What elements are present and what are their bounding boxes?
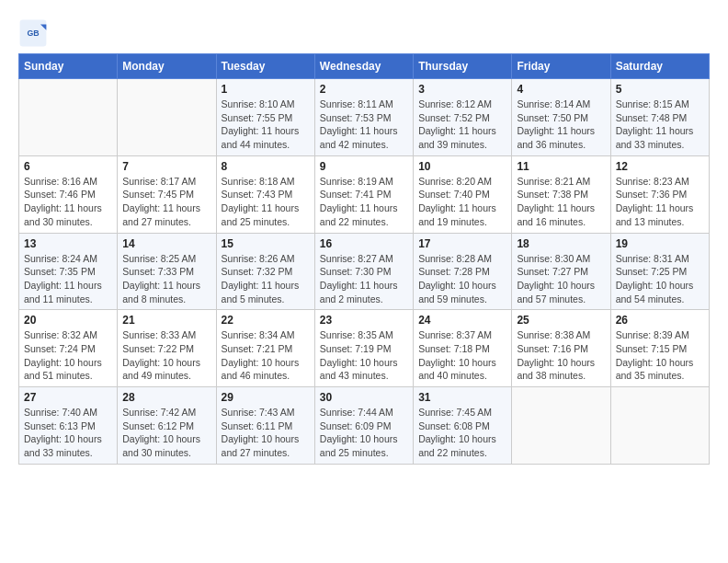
day-info: Sunrise: 8:38 AMSunset: 7:16 PMDaylight:… — [517, 328, 605, 383]
day-info: Sunrise: 8:21 AMSunset: 7:38 PMDaylight:… — [517, 175, 605, 229]
logo: GB — [18, 18, 51, 48]
day-number: 26 — [616, 314, 704, 327]
day-number: 13 — [24, 237, 112, 250]
weekday-header: Friday — [512, 54, 610, 79]
logo-icon: GB — [18, 18, 48, 48]
day-info: Sunrise: 8:12 AMSunset: 7:52 PMDaylight:… — [418, 98, 506, 152]
day-info: Sunrise: 8:30 AMSunset: 7:27 PMDaylight:… — [517, 252, 605, 306]
header: GB — [18, 18, 710, 48]
calendar-cell: 29Sunrise: 7:43 AMSunset: 6:11 PMDayligh… — [216, 387, 314, 465]
day-number: 30 — [320, 391, 408, 404]
calendar-week-row: 20Sunrise: 8:32 AMSunset: 7:24 PMDayligh… — [19, 310, 710, 387]
day-info: Sunrise: 8:34 AMSunset: 7:21 PMDaylight:… — [222, 328, 310, 383]
day-info: Sunrise: 8:39 AMSunset: 7:15 PMDaylight:… — [616, 328, 704, 383]
calendar-cell: 8Sunrise: 8:18 AMSunset: 7:43 PMDaylight… — [216, 155, 314, 233]
day-info: Sunrise: 7:40 AMSunset: 6:13 PMDaylight:… — [24, 406, 112, 460]
day-info: Sunrise: 8:17 AMSunset: 7:45 PMDaylight:… — [122, 175, 210, 229]
calendar-cell: 10Sunrise: 8:20 AMSunset: 7:40 PMDayligh… — [414, 155, 512, 233]
calendar-cell: 25Sunrise: 8:38 AMSunset: 7:16 PMDayligh… — [512, 310, 610, 387]
day-number: 19 — [616, 237, 704, 250]
calendar-cell: 23Sunrise: 8:35 AMSunset: 7:19 PMDayligh… — [314, 310, 413, 387]
calendar-cell: 14Sunrise: 8:25 AMSunset: 7:33 PMDayligh… — [118, 233, 216, 310]
svg-text:GB: GB — [27, 29, 39, 38]
day-number: 6 — [24, 160, 112, 173]
calendar-cell: 6Sunrise: 8:16 AMSunset: 7:46 PMDaylight… — [19, 155, 118, 233]
calendar-cell: 22Sunrise: 8:34 AMSunset: 7:21 PMDayligh… — [216, 310, 314, 387]
weekday-header: Thursday — [414, 54, 512, 79]
day-number: 23 — [320, 314, 408, 327]
calendar-cell: 13Sunrise: 8:24 AMSunset: 7:35 PMDayligh… — [19, 233, 118, 310]
weekday-header: Wednesday — [314, 54, 413, 79]
calendar-cell: 7Sunrise: 8:17 AMSunset: 7:45 PMDaylight… — [118, 155, 216, 233]
day-number: 28 — [122, 391, 210, 404]
calendar-header: SundayMondayTuesdayWednesdayThursdayFrid… — [19, 54, 710, 79]
day-number: 31 — [418, 391, 506, 404]
calendar-cell — [118, 79, 216, 156]
day-info: Sunrise: 8:37 AMSunset: 7:18 PMDaylight:… — [418, 328, 506, 383]
calendar-cell — [512, 387, 610, 465]
calendar: SundayMondayTuesdayWednesdayThursdayFrid… — [18, 53, 710, 465]
day-info: Sunrise: 8:32 AMSunset: 7:24 PMDaylight:… — [24, 328, 112, 383]
calendar-cell: 20Sunrise: 8:32 AMSunset: 7:24 PMDayligh… — [19, 310, 118, 387]
calendar-week-row: 13Sunrise: 8:24 AMSunset: 7:35 PMDayligh… — [19, 233, 710, 310]
day-number: 15 — [222, 237, 310, 250]
calendar-cell: 3Sunrise: 8:12 AMSunset: 7:52 PMDaylight… — [414, 79, 512, 156]
day-info: Sunrise: 8:26 AMSunset: 7:32 PMDaylight:… — [222, 252, 310, 306]
day-number: 27 — [24, 391, 112, 404]
calendar-cell: 19Sunrise: 8:31 AMSunset: 7:25 PMDayligh… — [610, 233, 709, 310]
calendar-cell: 5Sunrise: 8:15 AMSunset: 7:48 PMDaylight… — [610, 79, 709, 156]
day-number: 3 — [418, 83, 506, 96]
day-info: Sunrise: 8:35 AMSunset: 7:19 PMDaylight:… — [320, 328, 408, 383]
day-info: Sunrise: 8:28 AMSunset: 7:28 PMDaylight:… — [418, 252, 506, 306]
day-number: 4 — [517, 83, 605, 96]
day-number: 25 — [517, 314, 605, 327]
calendar-cell: 21Sunrise: 8:33 AMSunset: 7:22 PMDayligh… — [118, 310, 216, 387]
day-number: 1 — [222, 83, 310, 96]
weekday-header: Monday — [118, 54, 216, 79]
day-number: 20 — [24, 314, 112, 327]
calendar-cell: 1Sunrise: 8:10 AMSunset: 7:55 PMDaylight… — [216, 79, 314, 156]
day-info: Sunrise: 8:10 AMSunset: 7:55 PMDaylight:… — [222, 98, 310, 152]
calendar-cell: 12Sunrise: 8:23 AMSunset: 7:36 PMDayligh… — [610, 155, 709, 233]
day-number: 21 — [122, 314, 210, 327]
day-number: 14 — [122, 237, 210, 250]
calendar-cell: 26Sunrise: 8:39 AMSunset: 7:15 PMDayligh… — [610, 310, 709, 387]
day-number: 7 — [122, 160, 210, 173]
day-number: 2 — [320, 83, 408, 96]
day-number: 18 — [517, 237, 605, 250]
calendar-cell: 28Sunrise: 7:42 AMSunset: 6:12 PMDayligh… — [118, 387, 216, 465]
calendar-week-row: 1Sunrise: 8:10 AMSunset: 7:55 PMDaylight… — [19, 79, 710, 156]
calendar-cell: 4Sunrise: 8:14 AMSunset: 7:50 PMDaylight… — [512, 79, 610, 156]
day-info: Sunrise: 8:31 AMSunset: 7:25 PMDaylight:… — [616, 252, 704, 306]
day-info: Sunrise: 8:15 AMSunset: 7:48 PMDaylight:… — [616, 98, 704, 152]
day-number: 16 — [320, 237, 408, 250]
calendar-week-row: 6Sunrise: 8:16 AMSunset: 7:46 PMDaylight… — [19, 155, 710, 233]
calendar-body: 1Sunrise: 8:10 AMSunset: 7:55 PMDaylight… — [19, 79, 710, 465]
day-info: Sunrise: 7:42 AMSunset: 6:12 PMDaylight:… — [122, 406, 210, 460]
day-number: 12 — [616, 160, 704, 173]
calendar-cell: 24Sunrise: 8:37 AMSunset: 7:18 PMDayligh… — [414, 310, 512, 387]
day-number: 11 — [517, 160, 605, 173]
calendar-cell — [19, 79, 118, 156]
day-info: Sunrise: 8:16 AMSunset: 7:46 PMDaylight:… — [24, 175, 112, 229]
day-number: 8 — [222, 160, 310, 173]
calendar-cell: 16Sunrise: 8:27 AMSunset: 7:30 PMDayligh… — [314, 233, 413, 310]
day-info: Sunrise: 7:44 AMSunset: 6:09 PMDaylight:… — [320, 406, 408, 460]
day-info: Sunrise: 8:11 AMSunset: 7:53 PMDaylight:… — [320, 98, 408, 152]
calendar-cell: 30Sunrise: 7:44 AMSunset: 6:09 PMDayligh… — [314, 387, 413, 465]
calendar-cell: 15Sunrise: 8:26 AMSunset: 7:32 PMDayligh… — [216, 233, 314, 310]
day-number: 17 — [418, 237, 506, 250]
calendar-week-row: 27Sunrise: 7:40 AMSunset: 6:13 PMDayligh… — [19, 387, 710, 465]
day-number: 10 — [418, 160, 506, 173]
calendar-cell: 27Sunrise: 7:40 AMSunset: 6:13 PMDayligh… — [19, 387, 118, 465]
calendar-cell: 11Sunrise: 8:21 AMSunset: 7:38 PMDayligh… — [512, 155, 610, 233]
day-number: 22 — [222, 314, 310, 327]
day-info: Sunrise: 8:24 AMSunset: 7:35 PMDaylight:… — [24, 252, 112, 306]
day-info: Sunrise: 8:23 AMSunset: 7:36 PMDaylight:… — [616, 175, 704, 229]
calendar-cell: 17Sunrise: 8:28 AMSunset: 7:28 PMDayligh… — [414, 233, 512, 310]
day-info: Sunrise: 8:33 AMSunset: 7:22 PMDaylight:… — [122, 328, 210, 383]
calendar-cell: 18Sunrise: 8:30 AMSunset: 7:27 PMDayligh… — [512, 233, 610, 310]
page: GB SundayMondayTuesdayWednesdayThursdayF… — [0, 0, 728, 474]
day-info: Sunrise: 8:14 AMSunset: 7:50 PMDaylight:… — [517, 98, 605, 152]
day-info: Sunrise: 8:20 AMSunset: 7:40 PMDaylight:… — [418, 175, 506, 229]
